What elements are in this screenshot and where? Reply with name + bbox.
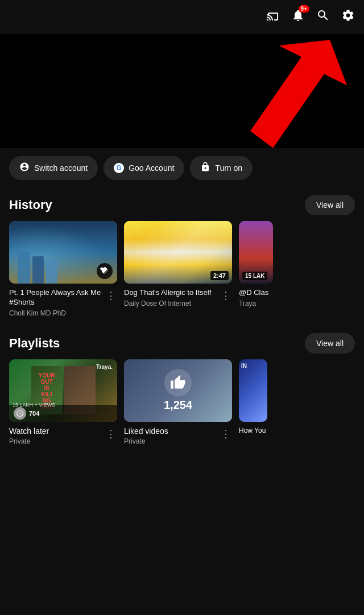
google-account-chip[interactable]: G Goo Account <box>104 156 184 180</box>
history-video-3-thumb: 15 LAK <box>239 221 273 284</box>
history-video-3-title: @D Clas <box>239 288 273 298</box>
history-video-3[interactable]: 15 LAK @D Clas Traya <box>239 221 273 317</box>
history-video-1-channel: Choll Kim MD PhD <box>9 309 102 317</box>
playlist-partial-title: How You <box>239 427 266 434</box>
history-video-1-title: Pt. 1 People Always Ask Me #Shorts <box>9 288 102 308</box>
google-icon: G <box>114 163 124 173</box>
search-icon[interactable] <box>316 9 330 26</box>
playlist-watch-later-title: Watch later <box>9 427 49 436</box>
history-view-all-button[interactable]: View all <box>305 195 355 215</box>
playlist-watch-later[interactable]: YOUR GUT ISKILINGYOU Traya. 704 15 LAKH … <box>9 359 117 445</box>
history-video-1-thumb <box>9 221 117 284</box>
history-video-3-channel: Traya <box>239 300 273 308</box>
notification-badge: 9+ <box>299 5 309 13</box>
playlists-row: YOUR GUT ISKILINGYOU Traya. 704 15 LAKH … <box>0 359 364 454</box>
history-title: History <box>9 198 52 212</box>
playlist-liked-videos[interactable]: 1,254 Liked videos Private ⋮ <box>124 359 232 445</box>
playlist-watch-later-info: Watch later Private ⋮ <box>9 422 117 445</box>
history-section-header: History View all <box>0 188 364 221</box>
playlists-view-all-button[interactable]: View all <box>305 333 355 354</box>
playlist-partial[interactable]: IN How You <box>239 359 267 445</box>
history-video-2-title: Dog That's Allergic to Itself <box>124 288 217 298</box>
playlists-section-header: Playlists View all <box>0 326 364 359</box>
switch-account-icon <box>19 162 30 174</box>
playlist-watch-later-sub: Private <box>9 437 49 445</box>
playlist-watch-later-top-text: Traya. <box>96 364 113 370</box>
turn-on-label: Turn on <box>215 163 242 173</box>
turn-on-chip[interactable]: Turn on <box>190 156 253 180</box>
top-bar: 9+ <box>0 0 364 34</box>
history-video-1-more-button[interactable]: ⋮ <box>105 288 117 303</box>
notification-icon[interactable]: 9+ <box>291 9 305 26</box>
history-video-2-more-button[interactable]: ⋮ <box>220 288 232 303</box>
history-video-2-meta: Dog That's Allergic to Itself Daily Dose… <box>124 288 217 308</box>
history-video-3-info: @D Clas Traya <box>239 284 273 308</box>
playlist-partial-info: How You <box>239 422 267 434</box>
cast-icon[interactable] <box>266 9 280 26</box>
switch-account-label: Switch account <box>34 163 88 173</box>
history-video-2-thumb: 2:47 <box>124 221 232 284</box>
playlist-liked-count: 1,254 <box>164 399 192 412</box>
history-videos-row: Pt. 1 People Always Ask Me #Shorts Choll… <box>0 221 364 326</box>
playlist-liked-videos-title: Liked videos <box>124 427 168 436</box>
playlist-watch-later-extra: 15 LAKH + VIEWS <box>13 402 55 408</box>
shorts-badge <box>97 263 113 279</box>
lock-icon <box>200 162 210 174</box>
playlist-liked-videos-more-button[interactable]: ⋮ <box>220 427 232 441</box>
playlist-watch-later-thumb: YOUR GUT ISKILINGYOU Traya. 704 15 LAKH … <box>9 359 117 422</box>
settings-icon[interactable] <box>341 9 355 26</box>
history-video-1-meta: Pt. 1 People Always Ask Me #Shorts Choll… <box>9 288 102 317</box>
history-video-2-channel: Daily Dose Of Internet <box>124 300 217 308</box>
history-video-1[interactable]: Pt. 1 People Always Ask Me #Shorts Choll… <box>9 221 117 317</box>
chips-row: Switch account G Goo Account Turn on <box>0 148 364 188</box>
playlist-liked-videos-sub: Private <box>124 437 168 445</box>
playlist-watch-later-more-button[interactable]: ⋮ <box>105 427 117 441</box>
red-arrow-svg <box>171 34 364 148</box>
history-video-1-info: Pt. 1 People Always Ask Me #Shorts Choll… <box>9 284 117 317</box>
playlists-title: Playlists <box>9 336 60 351</box>
playlist-liked-videos-thumb: 1,254 <box>124 359 232 422</box>
playlist-partial-thumb: IN <box>239 359 267 422</box>
history-video-2-duration: 2:47 <box>210 271 229 280</box>
google-account-label: Goo Account <box>129 163 174 173</box>
svg-marker-0 <box>250 40 347 148</box>
switch-account-chip[interactable]: Switch account <box>9 156 98 180</box>
history-video-2[interactable]: 2:47 Dog That's Allergic to Itself Daily… <box>124 221 232 317</box>
playlist-partial-top-text: IN <box>241 363 247 369</box>
history-video-3-lakh: 15 LAK <box>242 272 267 280</box>
arrow-area <box>0 34 364 148</box>
history-video-2-info: Dog That's Allergic to Itself Daily Dose… <box>124 284 232 308</box>
playlist-watch-later-count: 704 <box>29 410 39 417</box>
playlist-liked-videos-info: Liked videos Private ⋮ <box>124 422 232 445</box>
